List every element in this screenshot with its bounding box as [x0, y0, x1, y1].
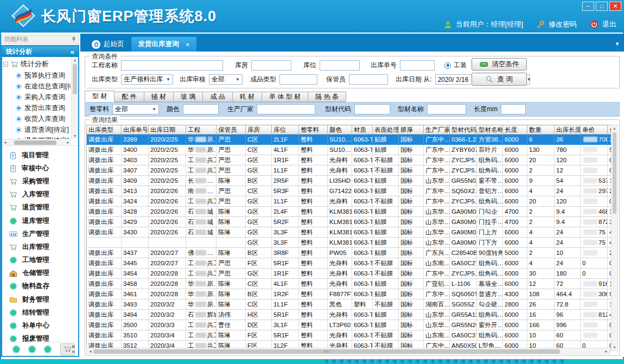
tab-home[interactable]: 起始页 [85, 37, 131, 52]
product-type-input[interactable] [279, 74, 317, 85]
column-header[interactable]: 出库日期 [149, 125, 186, 135]
warehouse-input[interactable] [251, 60, 291, 71]
quick-dot-icon[interactable] [13, 346, 20, 353]
tree-item-in-transit-info-query[interactable]: 在途信息查询[待 [3, 81, 71, 92]
outbound-type-select[interactable]: 生产领料出库▼ [121, 74, 173, 85]
table-row[interactable]: 调拨出库34542020/2/28工共工程严思G区1R1F整料光身料6063-T… [87, 269, 612, 279]
sidebar-item-project-management[interactable]: 项目管理 [2, 149, 78, 162]
column-header[interactable]: 出库长度 [555, 125, 581, 135]
scrollbar-thumb[interactable] [73, 64, 77, 94]
material-tab-insulation-strip[interactable]: 隔 热 条 [308, 92, 346, 102]
material-tab-auxiliary[interactable]: 辅 材 [144, 92, 174, 102]
radio-gongzhuang[interactable] [444, 62, 451, 69]
audit-select[interactable]: 全部▼ [209, 74, 243, 85]
table-row[interactable]: 调拨出库34132020/2/26南…严思C区5R3F整料G714226063-… [87, 186, 612, 196]
column-header[interactable]: 整零料 [299, 125, 328, 135]
column-header[interactable]: 表面处理 [373, 125, 399, 135]
table-row[interactable]: 调拨出库35002020/3/3工共工程曹佳D区3L1F整料LT3P606063… [87, 320, 612, 330]
sidebar-item-carryover-management[interactable]: 结转管理 [2, 306, 78, 319]
sidebar-item-scrap-management[interactable]: 报废管理 [2, 333, 78, 342]
tree-horizontal-scrollbar[interactable]: ◄► [2, 139, 71, 145]
tab-list-arrow-icon[interactable]: ▼ [615, 41, 620, 47]
manufacturer-input[interactable] [257, 104, 315, 114]
table-row[interactable]: 调拨出库34452020/2/27工共工程严思F区5R1F整料光身料6063-T… [87, 258, 612, 269]
pin-icon[interactable] [72, 36, 76, 42]
material-tab-accessory[interactable]: 配 件 [114, 92, 144, 102]
table-row[interactable]: G区3L3F整料KLM38176063-T5贴膜国标山东华…GA90M09…门下… [87, 238, 612, 248]
table-row[interactable]: 调拨出库34072020/2/25工共工程严思G区1L1F整料光身料6063-T… [87, 165, 612, 176]
tree-item-receiving-inbound-query[interactable]: 收货入库查询 [3, 113, 71, 124]
column-header[interactable]: 库位 [272, 125, 299, 135]
length-input[interactable] [501, 104, 526, 114]
overflow-chevron[interactable]: » ▼ [72, 344, 75, 355]
table-row[interactable]: 调拨出库35102020/3/4工共工程陈琳F区5R1F整料光身料6063-T5… [87, 330, 612, 341]
column-header[interactable]: 型材代码 [450, 125, 477, 135]
column-header[interactable]: 出库单号 [122, 125, 149, 135]
tree-item-purchase-inbound-query[interactable]: 采购入库查询 [3, 92, 71, 103]
column-header[interactable]: 工程 [186, 125, 217, 135]
scrollbar-thumb[interactable] [14, 141, 56, 145]
clear-conditions-button[interactable]: 清空条件 [472, 58, 527, 71]
project-name-input[interactable] [121, 60, 223, 71]
date-from-select[interactable]: 2020/ 2/16▼ [435, 74, 474, 85]
table-row[interactable]: 调拨出库34612020/2/28华原…陈琳B区1R2F整料F8877FT606… [87, 289, 612, 299]
keeper-input[interactable] [349, 74, 388, 85]
table-row[interactable]: 调拨出库34242020/2/26工共工程严思G区1L1F整料光身料6063-T… [87, 196, 612, 207]
sidebar-item-site-management[interactable]: 工地管理 [2, 254, 78, 267]
quick-dot-icon[interactable] [29, 346, 35, 353]
collapse-icon[interactable]: « [71, 48, 74, 56]
table-row[interactable]: 调拨出库34932020/3/2华原…陈琳C区1L1F整料黑色塑料不贴膜国标湖南… [87, 299, 612, 310]
table-row[interactable]: 调拨出库34002020/2/25华原…严思C区4L1F整料SU10…6063-… [87, 145, 612, 155]
profile-name-input[interactable] [427, 104, 466, 114]
table-row[interactable]: 调拨出库34032020/2/25工共工程严思G区1R1F整料光身料6063-T… [87, 155, 612, 165]
sidebar-item-purchase-management[interactable]: 采购管理 [2, 175, 78, 188]
column-header[interactable]: 材质 [352, 125, 373, 135]
table-row[interactable]: 调拨出库34372020/2/27佛…陈琳B区3R8F整料PW056063-T5… [87, 248, 612, 258]
table-row[interactable]: 调拨出库34292020/2/26石城陈琳G区5R2F整料KLM38176063… [87, 217, 612, 227]
search-button[interactable]: 查 询 [472, 73, 527, 86]
tree-vertical-scrollbar[interactable]: ▲▼ [71, 57, 78, 139]
column-header[interactable]: 库房 [246, 125, 272, 135]
table-row[interactable]: 调拨出库34282020/2/26石城陈琳G区2L4F整料KLM38176063… [87, 207, 612, 217]
sidebar-item-supplement-order-center[interactable]: 补单中心 [2, 319, 78, 332]
location-input[interactable] [320, 60, 360, 71]
sidebar-item-inbound-management[interactable]: 入库管理 [2, 188, 78, 201]
material-tab-profile[interactable]: 型 材 [85, 91, 114, 102]
tab-delivery-outbound-query[interactable]: 发货出库查询 × [131, 37, 196, 52]
table-row[interactable]: 调拨出库33992020/2/25华原…严思C区2L1F整料SU10…6063-… [87, 135, 612, 145]
column-header[interactable]: 出库类型 [87, 125, 122, 135]
column-header[interactable]: 膜厚 [399, 125, 424, 135]
column-header[interactable]: 型材名称 [477, 125, 503, 135]
column-header[interactable]: 生产厂家 [424, 125, 450, 135]
scrollbar-thumb[interactable] [613, 132, 616, 214]
scrollbar-thumb[interactable] [93, 349, 560, 354]
material-tab-finished-product[interactable]: 成 品 [203, 92, 232, 102]
minimize-button[interactable]: ─ [582, 2, 594, 11]
whole-part-select[interactable]: 全部▼ [112, 104, 159, 114]
change-password-link[interactable]: 修改密码 [549, 20, 577, 29]
results-horizontal-scrollbar[interactable]: ◄► [86, 348, 610, 354]
tree-item-delivery-outbound-query[interactable]: 发货出库查询 [3, 103, 71, 113]
profile-code-input[interactable] [354, 104, 390, 114]
tree-expander-icon[interactable]: − [3, 62, 8, 67]
logout-link[interactable]: 退出 [602, 20, 616, 29]
table-row[interactable]: 调拨出库34302020/2/26石城陈琳G区3L3F整料KLM38176063… [87, 227, 612, 238]
results-vertical-scrollbar[interactable]: ▲▼ [611, 125, 618, 351]
order-no-input[interactable] [400, 60, 435, 71]
table-row[interactable]: 调拨出库34092020/2/25长…陈琳B区2R5F整料LI35HD6063-… [87, 176, 612, 186]
column-header[interactable]: 单价 [581, 125, 608, 135]
sidebar-section-header[interactable]: 统计分析 « [2, 46, 78, 57]
tree-item-budget-execution-query[interactable]: 预算执行查询 [3, 70, 71, 81]
color-input[interactable] [183, 104, 219, 114]
close-button[interactable]: ✕ [609, 2, 621, 11]
sidebar-item-outbound-management[interactable]: 出库管理 [2, 240, 78, 253]
material-tab-single-profile[interactable]: 单 体 型 材 [262, 92, 308, 102]
sidebar-item-inventory-count[interactable]: 物料盘存 [2, 280, 78, 293]
sidebar-item-return-goods-management[interactable]: 退货管理 [2, 201, 78, 214]
sidebar-item-audit-center[interactable]: 审核中心 [2, 162, 78, 175]
sidebar-item-warehouse-management[interactable]: 仓储管理 [2, 267, 78, 280]
tree-root-statistics[interactable]: − 统计分析 [3, 58, 71, 70]
tab-close-icon[interactable]: × [186, 41, 189, 48]
table-row[interactable]: 调拨出库34582020/2/28华原…陈琳C区4L1F整料光身料6063-T5… [87, 279, 612, 289]
sidebar-item-production-management[interactable]: 生产管理 [2, 227, 78, 240]
